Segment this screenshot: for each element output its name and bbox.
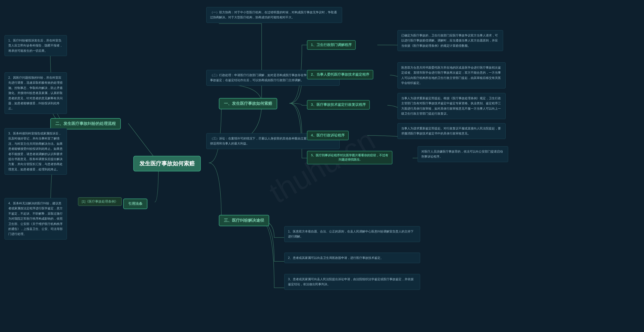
bottom-text-box-3: 3、患者或其家属可向县人民法院提出诉讼申请，由法院组织法学鉴定或医疗事故鉴定，并… xyxy=(284,274,420,290)
left-text-box-1: 1、医疗纠纷被投诉发生后，所在科室负责人应立即向诊务科报告，隐匿不报者，将承担可… xyxy=(5,35,67,56)
bottom-text-box-2: 2、患者或其家属可以向县卫生局医政股申请，进行医疗事故技术鉴定。 xyxy=(284,253,420,263)
center-node: 发生医疗事故如何索赔 xyxy=(133,156,201,171)
text-box-right-3: 当事人为谋求重新鉴定而提起。根据《医疗事故处理条例》规定，卫生行政主管部门负有对… xyxy=(397,93,506,119)
l1-node-1: 一、发生医疗事故如何索赔 xyxy=(219,98,277,109)
text-box-right-1: 已确定为医疗事故的，卫生行政部门应医疗事故争议双方当事人请求，可以进行医疗事故赔… xyxy=(397,30,503,51)
law-ref-node: [1]《医疗事故处理条例》 xyxy=(78,197,122,206)
text-box-right-4: 当事人为谋求重新鉴定而提起。对行政复议不服或直接向人民法院提起，要求撤消医疗事故… xyxy=(397,123,506,139)
l2-node-3: 3、医疗事故技术鉴定行政复议程序 xyxy=(307,100,370,110)
l2-node-4: 4、医疗行政诉讼程序 xyxy=(307,131,349,140)
left-text-box-4: 4、医务科无法解决的医疗纠纷，建议患者或家属按法定程序进行医学鉴定，患方不鉴定，… xyxy=(5,198,67,240)
text-box-right-2: 医患双方合意共同书面委托医方所在地的区或县医学会进行医疗事故初次鉴定或省、直辖市… xyxy=(397,62,506,88)
l2-node-1: 1、卫生行政部门调解程序 xyxy=(307,40,356,50)
bottom-text-box-1: 1、医患双方本着自愿、合法、公正的原则，在县人民调解中心医患纠纷调解室负责人的主… xyxy=(284,226,420,242)
l1-node-law: 引用法条 xyxy=(123,199,147,209)
l1-node-4: 三、医疗纠纷解决途径 xyxy=(219,215,269,226)
text-box-negotiation: （一）双方协商：对于中小型医疗机构，在过错明显的时候，对构成医疗事故无争议时，争… xyxy=(206,7,342,23)
l2-node-2: 2、当事人委托医疗事故技术鉴定程序 xyxy=(307,70,373,79)
left-text-box-3: 3、医务科接到科室报告或家属投诉后，应及时做好登记，并向当事科室了解情况，与科室… xyxy=(5,128,67,175)
left-text-box-2: 2、因医疗问题投致的纠纷，所在科室应先进行调查，迅速采取积极有效的处理措施。控制… xyxy=(5,72,67,114)
l1-node-2: 二、发生医疗事故纠纷的处理流程 xyxy=(50,118,121,129)
l2-node-5: 5、医疗刑事诉讼程序对比医学图片看看你的症状，不过有问题还得找医生. xyxy=(307,151,392,164)
text-box-right-5: 对医疗人员涉嫌医疗事故罪的，依法可以向公安部门提请启动刑事诉讼程序。 xyxy=(418,146,508,162)
